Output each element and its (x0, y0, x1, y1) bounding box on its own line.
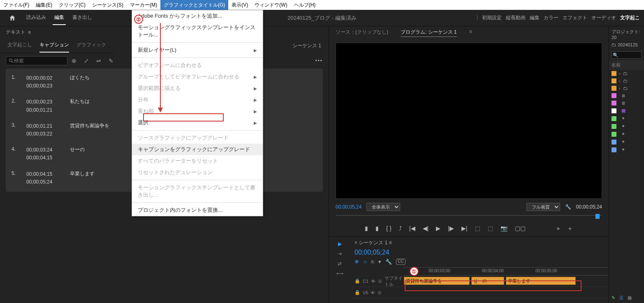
sequence-icon[interactable]: ▦ (621, 108, 625, 113)
clip[interactable]: せーの (471, 277, 504, 285)
menu-item[interactable]: Adobe Fonts からフォントを追加... (132, 10, 263, 22)
fx-icon[interactable]: ✦ (621, 147, 625, 152)
bin-icon[interactable]: 🗀 (612, 42, 616, 47)
fit-select[interactable]: 全体表示 (366, 203, 400, 211)
wrench-icon[interactable]: 🔧 (565, 204, 571, 210)
project-search[interactable] (612, 51, 642, 59)
ws-vertical[interactable]: 縦長動画 (506, 14, 526, 21)
marker-icon[interactable]: ▾ (378, 259, 381, 265)
ripple-icon[interactable]: ⇄ (338, 261, 342, 266)
menu-clip[interactable]: クリップ(C) (56, 0, 89, 10)
lift-icon[interactable]: ⬚ (475, 225, 480, 232)
split-icon[interactable]: ⤢ (84, 57, 89, 64)
compare-icon[interactable]: ▢▢ (515, 225, 526, 232)
clip[interactable]: 卒業します (506, 277, 576, 285)
step-back-icon[interactable]: ◀| (423, 225, 429, 232)
go-in-icon[interactable]: |◀ (409, 225, 415, 232)
menu-view[interactable]: 表示(V) (228, 0, 251, 10)
ws-transcription[interactable]: 文字起こ (620, 14, 640, 21)
go-out-icon[interactable]: ▶| (461, 225, 468, 232)
column-name[interactable]: 名前 (609, 60, 644, 70)
search-field[interactable] (14, 58, 65, 64)
file-icon[interactable]: 🗎 (621, 93, 626, 98)
tab-edit[interactable]: 編集 (53, 11, 66, 25)
fx-icon[interactable]: ✦ (621, 124, 625, 129)
camera-icon[interactable]: 📷 (500, 225, 507, 232)
settings-icon[interactable]: 🔧 (385, 259, 392, 265)
menu-item[interactable]: 新規レイヤー(L)▶ (132, 44, 263, 56)
track-select-icon[interactable]: ⇥ (338, 251, 342, 257)
menu-file[interactable]: ファイル(F) (0, 0, 32, 10)
timeline-ruler[interactable]: 00;00;03;00 00;00;04;00 00;00;05;00 (404, 267, 609, 275)
ws-color[interactable]: カラー (544, 14, 558, 21)
program-monitor[interactable] (336, 43, 602, 199)
folder-icon[interactable]: 🗀 (623, 78, 628, 83)
folder-icon[interactable]: 🗀 (623, 86, 628, 91)
merge-icon[interactable]: ⇌ (96, 57, 101, 64)
home-icon[interactable] (0, 14, 25, 22)
menu-sequence[interactable]: シーケンス(S) (89, 0, 127, 10)
lock-icon[interactable]: 🔒 (354, 290, 360, 295)
tab-export[interactable]: 書き出し (71, 11, 94, 25)
selection-tool-icon[interactable]: ▶ (338, 241, 342, 247)
search-input[interactable] (6, 56, 67, 65)
fx-icon[interactable]: ✦ (621, 139, 625, 145)
timeline-tab[interactable]: × シーケンス 1 ≡ (354, 240, 392, 246)
marker-in-icon[interactable]: ▮ (365, 225, 368, 232)
ws-edit[interactable]: 編集 (530, 14, 540, 21)
track-body-c1[interactable]: 賃貸持ち家論争を せーの 卒業します (404, 275, 609, 287)
step-fwd-icon[interactable]: |▶ (448, 225, 454, 232)
track-c1[interactable]: 🔒 C1 👁 ◎ サブタイトル 賃貸持ち家論争を せーの 卒業します (350, 275, 609, 287)
target-icon[interactable]: ◎ (378, 278, 382, 284)
program-tc-left[interactable]: 00;00;05;24 (336, 204, 361, 210)
menu-item[interactable]: モーショングラフィックステンプレートをインストール... (132, 22, 263, 41)
ws-initial[interactable]: 初期設定 (482, 14, 502, 21)
link-icon[interactable]: ⎋ (371, 259, 374, 265)
menu-item[interactable]: キャプションをグラフィックにアップグレード (132, 144, 263, 155)
graphics-menu[interactable]: Adobe Fonts からフォントを追加...モーショングラフィックステンプレ… (132, 10, 263, 216)
menu-item[interactable]: 選択▶ (132, 117, 263, 129)
program-label[interactable]: プログラム: シーケンス 1 (401, 29, 457, 37)
fx-icon[interactable]: ✦ (621, 116, 625, 121)
marker-out-icon[interactable]: ▮ (375, 225, 379, 232)
file-icon[interactable]: 🗎 (621, 101, 626, 106)
fx-icon[interactable]: ✦ (621, 131, 625, 137)
eye-icon[interactable]: 👁 (371, 290, 375, 295)
menubar[interactable]: ファイル(F) 編集(E) クリップ(C) シーケンス(S) マーカー(M) グ… (0, 0, 644, 10)
magnet-icon[interactable]: ∩ (363, 259, 367, 265)
extract-icon[interactable]: ⬚ (488, 225, 493, 232)
playhead-icon[interactable] (595, 214, 600, 219)
lock-icon[interactable]: 🔒 (354, 278, 360, 284)
add-button-icon[interactable]: ＋ (567, 225, 573, 232)
slip-icon[interactable]: ⟷ (336, 271, 343, 276)
tab-caption[interactable]: キャプション (39, 41, 69, 53)
ws-effect[interactable]: エフェクト (563, 14, 587, 21)
play-icon[interactable]: ▶ (436, 225, 440, 232)
source-label[interactable]: ソース：(クリップなし) (336, 29, 388, 37)
edit-icon[interactable]: ✎ (109, 57, 114, 64)
timeline-tc[interactable]: 00;00;05;24 (350, 249, 609, 259)
clip[interactable]: 賃貸持ち家論争を (404, 277, 470, 285)
more-transport-icon[interactable]: » (557, 225, 560, 232)
more-icon[interactable]: ••• (315, 58, 323, 64)
ws-audio[interactable]: オーディオ (591, 14, 616, 21)
menu-help[interactable]: ヘルプ(H) (291, 0, 319, 10)
menu-window[interactable]: ウィンドウ(W) (251, 0, 290, 10)
add-icon[interactable]: ⊕ (72, 57, 76, 64)
cc-icon[interactable]: CC (396, 259, 405, 265)
tab-import[interactable]: 読み込み (25, 11, 48, 25)
quality-select[interactable]: フル画質 (526, 203, 560, 211)
snap-icon[interactable]: ❄ (354, 259, 359, 265)
pencil-icon[interactable]: ✎ (612, 295, 615, 301)
menu-marker[interactable]: マーカー(M) (127, 0, 160, 10)
grid-icon[interactable]: ▦ (628, 295, 632, 301)
export-frame-icon[interactable]: ⤴ (399, 225, 402, 232)
track-v5[interactable]: 🔒 V5 👁 ◎ (350, 287, 609, 298)
target-icon[interactable]: ◎ (378, 290, 382, 295)
folder-icon[interactable]: 🗀 (623, 71, 628, 76)
insert-icon[interactable]: { } (386, 225, 391, 232)
list-icon[interactable]: ☰ (619, 295, 623, 301)
eye-icon[interactable]: 👁 (371, 279, 375, 284)
tab-transcription[interactable]: 文字起こし (7, 41, 32, 53)
menu-item[interactable]: プロジェクト内のフォントを置換... (132, 204, 263, 216)
